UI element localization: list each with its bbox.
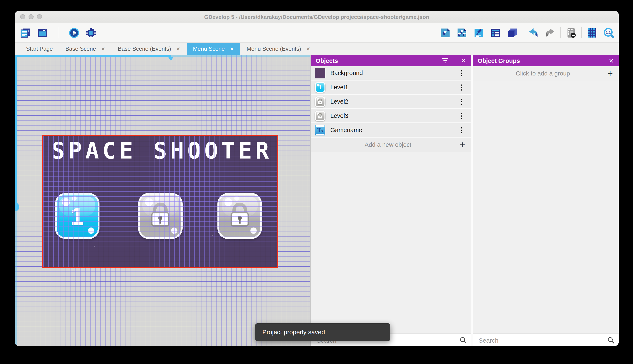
properties-icon[interactable]: [473, 27, 484, 38]
window-title: GDevelop 5 - /Users/dkarakay/Documents/G…: [204, 14, 429, 20]
grid-icon[interactable]: [586, 27, 598, 38]
kebab-menu-icon[interactable]: ⋮: [456, 83, 467, 92]
add-group-label: Click to add a group: [479, 70, 607, 77]
minimize-window-icon[interactable]: [29, 14, 34, 19]
object-name: Level1: [330, 84, 451, 90]
kebab-menu-icon[interactable]: ⋮: [456, 111, 467, 120]
vertical-scrollbar[interactable]: [15, 55, 17, 346]
panel-divider: [471, 55, 473, 346]
object-row-gamename[interactable]: TxGamename⋮: [311, 123, 471, 138]
layers-editor-icon[interactable]: [507, 27, 518, 38]
title-bar: GDevelop 5 - /Users/dkarakay/Documents/G…: [15, 11, 619, 23]
object-name: Gamename: [330, 127, 451, 133]
search-icon: [460, 336, 467, 344]
toolbar-left: [20, 27, 97, 38]
window-controls: [20, 14, 42, 19]
zoom-1-1-icon[interactable]: 1:1: [603, 27, 614, 38]
close-window-icon[interactable]: [20, 14, 25, 19]
screenshot-stage: GDevelop 5 - /Users/dkarakay/Documents/G…: [0, 0, 633, 364]
tab-start-page[interactable]: Start Page: [20, 43, 59, 55]
level-locked-icon: [315, 96, 325, 107]
add-object-label: Add a new object: [316, 141, 459, 148]
tab-menu-scene-events[interactable]: Menu Scene (Events)✕: [240, 43, 317, 55]
preview-play-icon[interactable]: [68, 27, 80, 38]
vertical-scrollbar-rest: [15, 207, 17, 346]
tab-menu-scene[interactable]: Menu Scene✕: [187, 43, 240, 55]
search-icon: [607, 336, 614, 344]
horizontal-scrollbar-track: [15, 55, 171, 57]
object-row-background[interactable]: Background⋮: [311, 66, 471, 80]
objects-panel: Objects ✕ Background⋮1Level1⋮Level2⋮Leve…: [310, 55, 471, 346]
toolbar-separator: [560, 27, 561, 38]
object-row-level3[interactable]: Level3⋮: [311, 109, 471, 123]
objects-list: Background⋮1Level1⋮Level2⋮Level3⋮TxGamen…: [311, 66, 471, 334]
selected-background-instance[interactable]: SPACE SHOOTER 1: [42, 134, 278, 268]
kebab-menu-icon[interactable]: ⋮: [456, 68, 467, 77]
gdevelop-window: GDevelop 5 - /Users/dkarakay/Documents/G…: [15, 11, 619, 346]
close-icon[interactable]: ✕: [609, 58, 614, 64]
plus-icon[interactable]: +: [459, 140, 465, 150]
scene-button-level2[interactable]: [138, 193, 182, 239]
object-row-level1[interactable]: 1Level1⋮: [311, 80, 471, 95]
redo-icon[interactable]: [544, 27, 556, 38]
level-number: 1: [71, 202, 84, 230]
objects-panel-header: Objects ✕: [311, 55, 471, 66]
scene-button-level3[interactable]: [217, 193, 262, 239]
toolbar-separator: [58, 27, 58, 38]
tab-label: Start Page: [26, 46, 53, 52]
add-object-row[interactable]: Add a new object +: [311, 138, 471, 152]
tab-label: Menu Scene: [193, 46, 225, 52]
object-groups-list: Click to add a group +: [473, 66, 619, 334]
kebab-menu-icon[interactable]: ⋮: [456, 97, 467, 106]
instances-list-icon[interactable]: [490, 27, 501, 38]
debug-icon[interactable]: [85, 27, 97, 38]
object-name: Level3: [330, 112, 451, 119]
object-groups-panel-title: Object Groups: [478, 57, 609, 64]
object-groups-panel: Object Groups ✕ Click to add a group +: [473, 55, 619, 346]
horizontal-scrollbar[interactable]: [15, 55, 310, 57]
text-object-icon: Tx: [315, 125, 325, 135]
add-group-row[interactable]: Click to add a group +: [473, 66, 619, 80]
object-groups-editor-icon[interactable]: [456, 27, 468, 38]
toolbar: 1:1: [15, 23, 619, 43]
scene-button-level1[interactable]: 1: [55, 193, 100, 239]
plus-icon[interactable]: +: [607, 68, 613, 78]
vertical-scrollbar-track: [15, 55, 17, 207]
groups-search-bar: [473, 334, 619, 346]
tab-close-icon[interactable]: ✕: [306, 46, 310, 52]
object-row-level2[interactable]: Level2⋮: [311, 95, 471, 109]
window-mask-icon[interactable]: [565, 27, 577, 38]
tab-base-scene[interactable]: Base Scene✕: [59, 43, 112, 55]
object-groups-panel-header: Object Groups ✕: [473, 55, 619, 66]
tab-base-scene-events[interactable]: Base Scene (Events)✕: [111, 43, 187, 55]
filter-icon[interactable]: [442, 58, 449, 63]
close-icon[interactable]: ✕: [461, 58, 466, 64]
lock-icon: [229, 202, 251, 230]
scene-editor-canvas[interactable]: SPACE SHOOTER 1 570;437: [15, 55, 310, 346]
objects-panel-title: Objects: [316, 57, 442, 64]
tab-bar: Start PageBase Scene✕Base Scene (Events)…: [15, 43, 619, 55]
tab-label: Menu Scene (Events): [247, 46, 301, 52]
tab-close-icon[interactable]: ✕: [230, 46, 234, 52]
start-page-window-icon[interactable]: [37, 27, 48, 38]
project-manager-icon[interactable]: [20, 27, 31, 38]
horizontal-scrollbar-rest: [171, 55, 310, 57]
tab-close-icon[interactable]: ✕: [101, 46, 105, 52]
groups-search-input[interactable]: [478, 336, 607, 344]
level-unlocked-icon: 1: [315, 82, 325, 92]
toolbar-right: 1:1: [440, 27, 614, 38]
level-locked-icon: [315, 110, 325, 121]
tab-label: Base Scene: [66, 46, 96, 52]
toolbar-separator: [523, 27, 523, 38]
toast-notification: Project properly saved: [255, 323, 390, 341]
undo-icon[interactable]: [528, 27, 539, 38]
kebab-menu-icon[interactable]: ⋮: [456, 126, 467, 134]
tab-label: Base Scene (Events): [118, 46, 171, 52]
objects-editor-icon[interactable]: [440, 27, 451, 38]
lock-icon: [149, 202, 171, 230]
maximize-window-icon[interactable]: [37, 14, 42, 19]
gamename-text-instance[interactable]: SPACE SHOOTER: [43, 138, 280, 164]
vertical-scrollbar-thumb[interactable]: [15, 202, 19, 211]
tab-close-icon[interactable]: ✕: [176, 46, 180, 52]
horizontal-scrollbar-marker-icon[interactable]: [168, 56, 174, 61]
